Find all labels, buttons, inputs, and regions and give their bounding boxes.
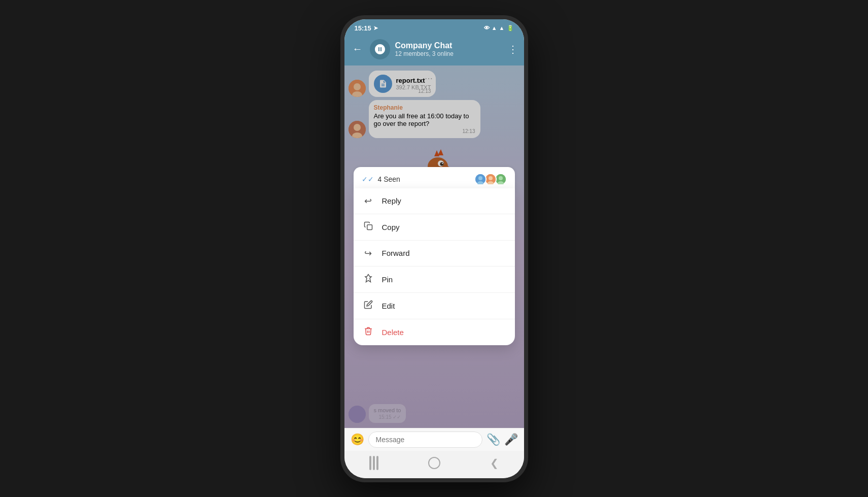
nav-back-button[interactable]: ❮	[490, 457, 499, 469]
send-icon: ➤	[373, 25, 378, 31]
reply-icon: ↩	[363, 195, 374, 207]
reply-label: Reply	[382, 196, 401, 205]
context-forward-item[interactable]: ↪ Forward	[354, 240, 515, 266]
status-time: 15:15 ➤	[355, 24, 378, 32]
nav-pill-2	[373, 456, 375, 470]
copy-label: Copy	[382, 223, 400, 231]
phone-screen: 15:15 ➤ 👁 ▲ ▲ 🔋 ← Company Chat 12 member…	[344, 19, 524, 478]
edit-icon	[363, 300, 374, 312]
nav-pills	[369, 456, 378, 470]
svg-point-26	[499, 176, 503, 180]
battery-icon: 🔋	[507, 25, 514, 31]
phone-frame: 15:15 ➤ 👁 ▲ ▲ 🔋 ← Company Chat 12 member…	[340, 15, 528, 482]
more-options-button[interactable]: ⋮	[508, 43, 518, 55]
pin-label: Pin	[382, 275, 393, 284]
delete-icon	[363, 326, 374, 338]
input-bar: 😊 📎 🎤	[344, 428, 524, 451]
chat-group-avatar	[370, 39, 390, 59]
context-reply-item[interactable]: ↩ Reply	[354, 188, 515, 214]
svg-point-20	[478, 176, 482, 180]
message-input[interactable]	[368, 432, 482, 448]
nav-home-button[interactable]	[428, 457, 440, 469]
seen-info: ✓✓ 4 Seen	[362, 175, 400, 183]
chat-area: report.txt 392.7 KB TXT ⋯ 12:13	[344, 65, 524, 428]
pin-icon	[363, 274, 374, 285]
eye-icon: 👁	[484, 25, 490, 31]
context-menu: ↩ Reply Copy ↪ Forward	[354, 188, 515, 345]
nav-bar: ❮	[344, 451, 524, 478]
status-bar: 15:15 ➤ 👁 ▲ ▲ 🔋	[344, 19, 524, 35]
mic-button[interactable]: 🎤	[504, 433, 518, 446]
nav-pill-1	[369, 456, 371, 470]
nav-pill-3	[376, 456, 378, 470]
status-icons: 👁 ▲ ▲ 🔋	[484, 25, 514, 31]
svg-point-23	[489, 176, 493, 180]
emoji-button[interactable]: 😊	[351, 433, 364, 446]
chat-title: Company Chat	[395, 41, 503, 50]
svg-rect-28	[367, 224, 372, 229]
wifi-icon: ▲	[492, 25, 497, 31]
signal-icon: ▲	[499, 25, 505, 31]
context-delete-item[interactable]: Delete	[354, 319, 515, 345]
back-button[interactable]: ←	[351, 41, 365, 57]
context-edit-item[interactable]: Edit	[354, 292, 515, 319]
delete-label: Delete	[382, 328, 404, 337]
edit-label: Edit	[382, 302, 395, 310]
seen-count: 4 Seen	[378, 175, 400, 183]
seen-avatar-1	[474, 173, 487, 185]
chat-info: Company Chat 12 members, 3 online	[395, 41, 503, 57]
seen-avatars	[476, 173, 507, 185]
forward-label: Forward	[382, 249, 410, 257]
seen-check-icon: ✓✓	[362, 175, 374, 183]
time-display: 15:15	[355, 24, 371, 32]
context-pin-item[interactable]: Pin	[354, 266, 515, 292]
chat-header: ← Company Chat 12 members, 3 online ⋮	[344, 35, 524, 65]
forward-icon: ↪	[363, 248, 374, 259]
seen-bar: ✓✓ 4 Seen	[354, 167, 515, 191]
copy-icon	[363, 221, 374, 233]
attach-button[interactable]: 📎	[487, 433, 500, 446]
chat-subtitle: 12 members, 3 online	[395, 50, 503, 57]
context-copy-item[interactable]: Copy	[354, 214, 515, 240]
